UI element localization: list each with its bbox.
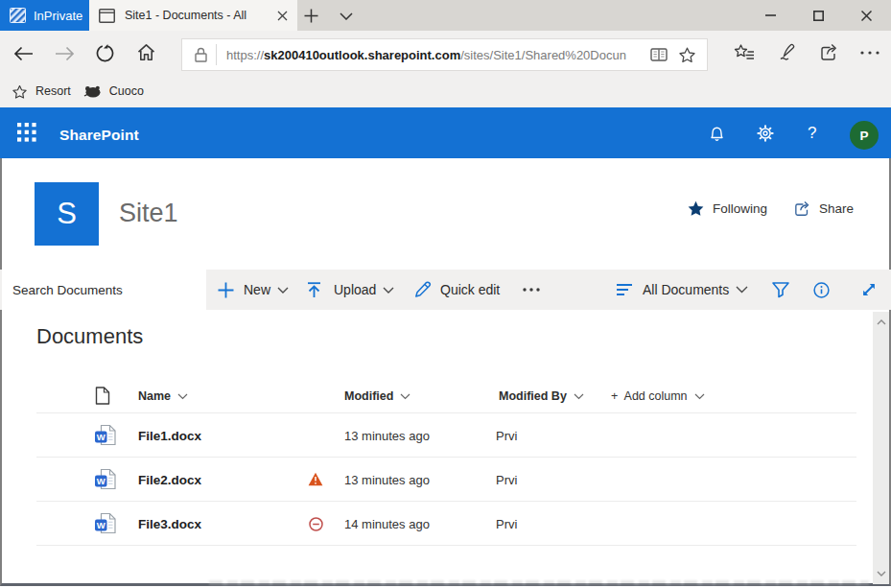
svg-text:W: W: [97, 476, 106, 486]
svg-text:W: W: [97, 432, 106, 442]
svg-text:W: W: [97, 520, 106, 530]
